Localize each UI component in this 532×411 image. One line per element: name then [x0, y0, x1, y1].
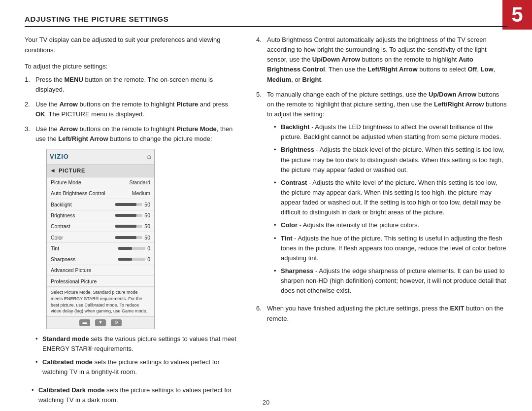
bullet-brightness: • Brightness - Adjusts the black level o… — [274, 145, 507, 174]
menu-row-backlight: Backlight 50 — [47, 199, 154, 210]
step-5: 5. To manually change each of the pictur… — [256, 90, 507, 299]
step-4-content: Auto Brightness Control automatically ad… — [267, 35, 507, 85]
chapter-number: 5 — [511, 4, 523, 25]
menu-row-tint: Tint 0 — [47, 243, 154, 254]
step-5-num: 5. — [256, 90, 267, 299]
step-3-content: Use the Arrow buttons on the remote to h… — [35, 124, 236, 380]
adjust-prompt: To adjust the picture settings: — [25, 63, 236, 70]
tv-btn-down: ▼ — [95, 319, 106, 326]
menu-row-sharpness: Sharpness 0 — [47, 254, 154, 265]
step-6-content: When you have finished adjusting the pic… — [267, 304, 507, 323]
tv-menu-title: PICTURE — [59, 167, 85, 175]
step-4: 4. Auto Brightness Control automatically… — [256, 35, 507, 85]
page-number: 20 — [263, 399, 269, 406]
step-3: 3. Use the Arrow buttons on the remote t… — [25, 124, 236, 380]
bullet-color: • Color - Adjusts the intensity of the p… — [274, 220, 507, 230]
menu-row-picture-mode: Picture Mode Standard — [47, 177, 154, 188]
step-6: 6. When you have finished adjusting the … — [256, 304, 507, 323]
bullet-backlight: • Backlight - Adjusts the LED brightness… — [274, 122, 507, 142]
tv-menu-logo: VIZIO — [50, 152, 69, 162]
left-column: Your TV display can be adjusted to suit … — [25, 35, 236, 411]
settings-bullets: • Backlight - Adjusts the LED brightness… — [267, 122, 507, 296]
step-2: 2. Use the Arrow buttons on the remote t… — [25, 100, 236, 119]
tv-menu-title-row: ◄ PICTURE — [47, 165, 154, 177]
step-1-content: Press the MENU button on the remote. The… — [35, 75, 236, 95]
step-2-content: Use the Arrow buttons on the remote to h… — [35, 100, 236, 119]
tv-btn-rect: ▬ — [79, 319, 90, 326]
step-3-num: 3. — [25, 124, 35, 380]
menu-row-advanced-picture: Advanced Picture — [47, 265, 154, 276]
menu-row-brightness: Brightness 50 — [47, 210, 154, 221]
bullet-calibrated-dark: • Calibrated Dark mode sets the picture … — [32, 385, 236, 405]
tv-menu-description: Select Picture Mode. Standard picture mo… — [47, 287, 154, 316]
tv-menu-footer: ▬ ▼ ⚙ — [47, 316, 154, 329]
menu-row-auto-brightness: Auto Brightness Control Medium — [47, 188, 154, 199]
step-6-num: 6. — [256, 304, 267, 323]
tv-btn-settings: ⚙ — [111, 319, 122, 326]
columns-layout: Your TV display can be adjusted to suit … — [25, 35, 507, 411]
step-2-num: 2. — [25, 100, 35, 119]
bullet-sharpness: • Sharpness - Adjusts the edge sharpness… — [274, 266, 507, 296]
page-content: ADJUSTING THE PICTURE SETTINGS Your TV d… — [25, 15, 507, 396]
menu-row-color: Color 50 — [47, 232, 154, 243]
step-1-num: 1. — [25, 75, 35, 95]
home-icon: ⌂ — [147, 151, 151, 162]
bullet-standard: • Standard mode sets the various picture… — [35, 334, 236, 354]
menu-row-professional-picture: Professional Picture — [47, 276, 154, 287]
tv-menu-rows: Picture Mode Standard Auto Brightness Co… — [47, 177, 154, 287]
bullet-contrast: • Contrast - Adjusts the white level of … — [274, 178, 507, 218]
bullet-vivid: • Vivid mode sets the picture settings t… — [32, 409, 236, 411]
menu-row-contrast: Contrast 50 — [47, 221, 154, 232]
steps-list: 1. Press the MENU button on the remote. … — [25, 75, 236, 381]
bullet-tint: • Tint - Adjusts the hue of the picture.… — [274, 234, 507, 263]
step-4-num: 4. — [256, 35, 267, 85]
tv-menu-header: VIZIO ⌂ — [47, 149, 154, 165]
right-steps-list: 4. Auto Brightness Control automatically… — [256, 35, 507, 324]
extra-modes-list: • Calibrated Dark mode sets the picture … — [25, 385, 236, 411]
back-arrow-icon: ◄ — [50, 166, 56, 175]
step-5-content: To manually change each of the picture s… — [267, 90, 507, 299]
tv-menu-mockup: VIZIO ⌂ ◄ PICTURE Picture Mode — [46, 149, 155, 329]
bullet-calibrated: • Calibrated mode sets the picture setti… — [35, 357, 236, 377]
step-1: 1. Press the MENU button on the remote. … — [25, 75, 236, 95]
intro-paragraph: Your TV display can be adjusted to suit … — [25, 35, 236, 56]
section-heading: ADJUSTING THE PICTURE SETTINGS — [25, 15, 507, 27]
mode-bullets: • Standard mode sets the various picture… — [35, 334, 236, 377]
right-column: 4. Auto Brightness Control automatically… — [256, 35, 507, 411]
